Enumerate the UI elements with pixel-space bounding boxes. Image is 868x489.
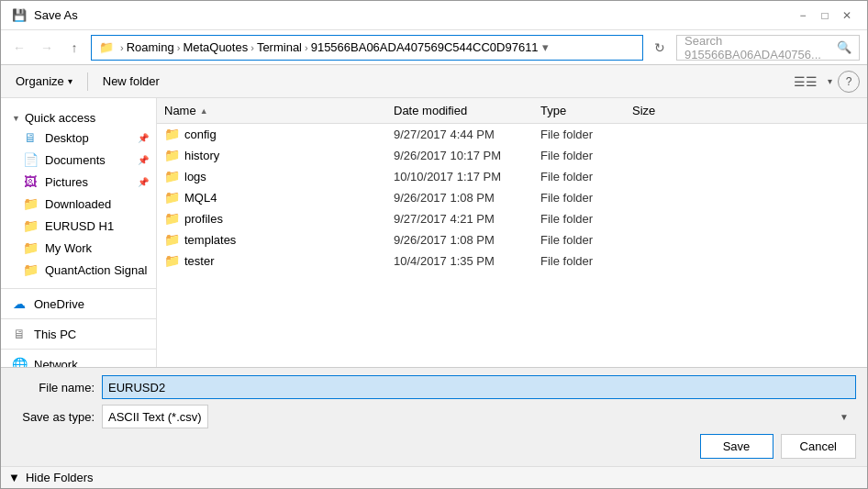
organize-button[interactable]: Organize ▾ xyxy=(8,71,80,92)
search-icon: 🔍 xyxy=(837,40,851,54)
filename-label: File name: xyxy=(12,381,95,395)
file-date-logs: 10/10/2017 1:17 PM xyxy=(386,170,533,183)
help-button[interactable]: ? xyxy=(838,71,860,93)
path-part-roaming: Roaming xyxy=(127,40,174,54)
table-row[interactable]: 📁 history 9/26/2017 10:17 PM File folder xyxy=(157,145,867,166)
save-button[interactable]: Save xyxy=(700,434,773,459)
folder-icon: 📁 xyxy=(164,148,179,162)
folder-icon: 📁 xyxy=(164,169,179,183)
sidebar: ▼ Quick access 🖥 Desktop 📌 📄 Documents 📌… xyxy=(1,98,157,367)
sidebar-item-documents[interactable]: 📄 Documents 📌 xyxy=(1,149,156,171)
network-icon: 🌐 xyxy=(12,357,27,367)
bottom-buttons: Save Cancel xyxy=(12,434,856,459)
col-header-size[interactable]: Size xyxy=(625,104,698,117)
desktop-pin-icon: 📌 xyxy=(138,133,149,143)
downloaded-icon: 📁 xyxy=(23,196,38,211)
file-name-logs: 📁 logs xyxy=(157,169,386,183)
filename-input[interactable] xyxy=(102,375,856,399)
eurusd-icon: 📁 xyxy=(23,218,38,233)
path-part-id: 915566BA06ADA407569C544CC0D97611 xyxy=(311,40,539,54)
sidebar-item-mywork[interactable]: 📁 My Work xyxy=(1,237,156,259)
path-part-metaquotes: MetaQuotes xyxy=(183,40,248,54)
file-type-mql4: File folder xyxy=(533,191,625,205)
folder-icon: 📁 xyxy=(164,127,179,141)
col-header-date[interactable]: Date modified xyxy=(386,104,533,117)
close-button[interactable]: ✕ xyxy=(838,6,856,25)
file-date-tester: 10/4/2017 1:35 PM xyxy=(386,254,533,268)
back-button[interactable]: ← xyxy=(8,37,30,59)
sidebar-item-eurusd[interactable]: 📁 EURUSD H1 xyxy=(1,215,156,237)
table-row[interactable]: 📁 tester 10/4/2017 1:35 PM File folder xyxy=(157,250,867,272)
search-box[interactable]: Search 915566BA06ADA40756... 🔍 xyxy=(676,35,860,61)
toolbar-separator xyxy=(87,72,88,91)
sidebar-item-pictures[interactable]: 🖼 Pictures 📌 xyxy=(1,171,156,193)
organize-chevron-icon: ▾ xyxy=(68,76,72,86)
maximize-button[interactable]: □ xyxy=(816,6,834,25)
cancel-button[interactable]: Cancel xyxy=(781,434,856,459)
file-name-templates: 📁 templates xyxy=(157,232,386,247)
sidebar-item-network[interactable]: 🌐 Network xyxy=(1,353,156,367)
table-row[interactable]: 📁 logs 10/10/2017 1:17 PM File folder xyxy=(157,166,867,187)
path-part-terminal: Terminal xyxy=(257,40,302,54)
path-dropdown-icon[interactable]: ▾ xyxy=(542,40,549,54)
col-header-name[interactable]: Name ▲ xyxy=(157,104,386,117)
sidebar-item-desktop[interactable]: 🖥 Desktop 📌 xyxy=(1,127,156,149)
select-arrow-icon: ▼ xyxy=(840,412,849,422)
table-row[interactable]: 📁 config 9/27/2017 4:44 PM File folder xyxy=(157,124,867,145)
filename-row: File name: xyxy=(12,375,856,399)
quick-access-header[interactable]: ▼ Quick access xyxy=(1,106,156,127)
file-name-config: 📁 config xyxy=(157,127,386,141)
sidebar-quantaction-label: QuantAction Signal xyxy=(45,263,147,277)
file-type-templates: File folder xyxy=(533,233,625,247)
address-bar: ← → ↑ 📁 › Roaming › MetaQuotes › Termina… xyxy=(1,30,867,65)
hide-folders-arrow-icon: ▼ xyxy=(8,471,20,484)
sidebar-mywork-label: My Work xyxy=(45,241,92,255)
col-header-type[interactable]: Type xyxy=(533,104,625,117)
documents-icon: 📄 xyxy=(23,152,38,167)
sidebar-network-label: Network xyxy=(34,358,78,368)
title-bar: 💾 Save As − □ ✕ xyxy=(1,1,867,30)
savetype-label: Save as type: xyxy=(12,410,95,424)
sidebar-divider-1 xyxy=(1,288,156,289)
folder-icon: 📁 xyxy=(164,190,179,205)
new-folder-label: New folder xyxy=(103,74,160,88)
address-path[interactable]: 📁 › Roaming › MetaQuotes › Terminal › 91… xyxy=(91,35,643,61)
file-type-history: File folder xyxy=(533,149,625,162)
view-dropdown-icon: ▾ xyxy=(828,76,832,86)
onedrive-icon: ☁ xyxy=(12,296,27,311)
filetype-row: Save as type: ASCII Text (*.csv) ▼ xyxy=(12,405,856,428)
main-content: ▼ Quick access 🖥 Desktop 📌 📄 Documents 📌… xyxy=(1,98,867,367)
file-date-mql4: 9/26/2017 1:08 PM xyxy=(386,191,533,205)
file-name-tester: 📁 tester xyxy=(157,253,386,268)
thispc-icon: 🖥 xyxy=(12,327,27,341)
sidebar-item-downloaded[interactable]: 📁 Downloaded xyxy=(1,193,156,215)
new-folder-button[interactable]: New folder xyxy=(95,71,167,92)
file-type-tester: File folder xyxy=(533,254,625,268)
view-options-button[interactable]: ☰☰ xyxy=(789,72,822,92)
filetype-select[interactable]: ASCII Text (*.csv) xyxy=(102,405,208,428)
up-button[interactable]: ↑ xyxy=(63,37,85,59)
table-row[interactable]: 📁 MQL4 9/26/2017 1:08 PM File folder xyxy=(157,187,867,208)
folder-icon: 📁 xyxy=(164,232,179,247)
hide-folders-bar[interactable]: ▼ Hide Folders xyxy=(1,466,867,488)
quantaction-icon: 📁 xyxy=(23,262,38,277)
table-row[interactable]: 📁 profiles 9/27/2017 4:21 PM File folder xyxy=(157,208,867,229)
dialog-title: Save As xyxy=(34,8,78,22)
sidebar-divider-3 xyxy=(1,349,156,350)
table-row[interactable]: 📁 templates 9/26/2017 1:08 PM File folde… xyxy=(157,229,867,250)
sidebar-item-onedrive[interactable]: ☁ OneDrive xyxy=(1,293,156,315)
toolbar: Organize ▾ New folder ☰☰ ▾ ? xyxy=(1,65,867,98)
quick-access-arrow-icon: ▼ xyxy=(12,114,20,123)
pictures-pin-icon: 📌 xyxy=(138,177,149,187)
file-name-history: 📁 history xyxy=(157,148,386,162)
file-name-profiles: 📁 profiles xyxy=(157,211,386,226)
forward-button[interactable]: → xyxy=(36,37,58,59)
refresh-button[interactable]: ↻ xyxy=(649,37,671,59)
minimize-button[interactable]: − xyxy=(794,6,812,25)
sidebar-item-quantaction[interactable]: 📁 QuantAction Signal xyxy=(1,259,156,281)
mywork-icon: 📁 xyxy=(23,240,38,255)
toolbar-right: ☰☰ ▾ ? xyxy=(789,71,860,93)
sidebar-documents-label: Documents xyxy=(45,153,106,167)
file-type-profiles: File folder xyxy=(533,212,625,226)
sidebar-item-thispc[interactable]: 🖥 This PC xyxy=(1,323,156,345)
